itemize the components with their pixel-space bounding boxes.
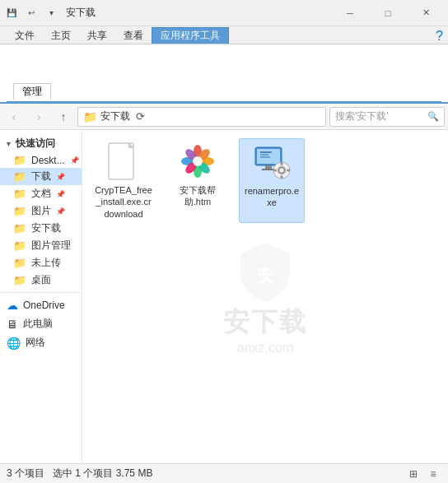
pin-icon: 📌 — [56, 207, 65, 216]
tab-home[interactable]: 主页 — [43, 27, 79, 44]
view-controls: ⊞ ≡ — [405, 467, 441, 481]
ribbon-tabs: 文件 主页 共享 查看 应用程序工具 ? — [0, 26, 448, 44]
svg-rect-16 — [265, 165, 272, 169]
save-qat-button[interactable]: 💾 — [3, 5, 20, 21]
address-path-text: 安下载 — [100, 109, 130, 123]
grid-view-button[interactable]: ⊞ — [405, 467, 422, 481]
status-bar: 3 个项目 选中 1 个项目 3.75 MB ⊞ ≡ — [0, 463, 448, 483]
title-bar-left: 💾 ↩ ▾ 安下载 — [3, 5, 331, 21]
search-icon: 🔍 — [427, 111, 439, 122]
file-label: CrypTEA_free_install.exe.crdownload — [94, 184, 153, 220]
list-view-button[interactable]: ≡ — [425, 467, 441, 481]
address-bar: ‹ › ↑ 📁 安下载 ⟳ 搜索'安下载' 🔍 — [0, 104, 448, 130]
sidebar-item-this-pc[interactable]: 🖥 此电脑 — [0, 314, 82, 333]
svg-rect-23 — [273, 170, 277, 172]
onedrive-icon: ☁ — [7, 299, 18, 312]
folder-icon: 📁 — [13, 154, 26, 166]
sidebar-item-label: Deskt... — [31, 155, 65, 166]
content-area: ▼ 快速访问 📁 Deskt... 📌 📁 下载 📌 📁 文档 📌 📁 图片 📌… — [0, 130, 448, 463]
sidebar-item-label: OneDrive — [23, 300, 65, 311]
file-label: renamerpro.exe — [243, 185, 301, 209]
up-button[interactable]: ↑ — [53, 106, 74, 128]
svg-rect-24 — [287, 170, 290, 172]
file-icon — [104, 142, 143, 181]
folder-icon: 📁 — [13, 274, 26, 286]
svg-point-20 — [280, 169, 284, 173]
sidebar-item-onedrive[interactable]: ☁ OneDrive — [0, 296, 82, 314]
folder-icon: 📁 — [13, 239, 26, 252]
file-item-crdownload[interactable]: CrypTEA_free_install.exe.crdownload — [91, 138, 156, 223]
watermark-shield-icon: 安 — [223, 239, 307, 304]
sidebar-item-pictures[interactable]: 📁 图片 📌 — [0, 202, 82, 220]
sidebar: ▼ 快速访问 📁 Deskt... 📌 📁 下载 📌 📁 文档 📌 📁 图片 📌… — [0, 130, 82, 463]
title-bar-controls: ─ □ ✕ — [331, 0, 445, 26]
forward-button[interactable]: › — [28, 106, 49, 128]
sidebar-item-label: 图片 — [31, 204, 51, 218]
network-icon: 🌐 — [7, 337, 21, 350]
folder-icon: 📁 — [13, 257, 26, 269]
folder-icon: 📁 — [83, 110, 97, 123]
address-input[interactable]: 📁 安下载 ⟳ — [77, 107, 326, 127]
sidebar-item-label: 网络 — [26, 336, 45, 350]
files-container: CrypTEA_free_install.exe.crdownload — [82, 130, 448, 231]
svg-rect-15 — [257, 149, 280, 164]
file-icon — [252, 142, 292, 182]
svg-rect-22 — [281, 175, 283, 179]
item-count: 3 个项目 — [7, 467, 44, 481]
sidebar-item-label: 文档 — [31, 187, 51, 201]
sidebar-item-network[interactable]: 🌐 网络 — [0, 333, 82, 352]
back-button[interactable]: ‹ — [3, 106, 25, 128]
search-box[interactable]: 搜索'安下载' 🔍 — [329, 107, 445, 127]
search-placeholder: 搜索'安下载' — [335, 109, 389, 123]
quick-access-header[interactable]: ▼ 快速访问 — [0, 135, 82, 152]
sidebar-item-documents[interactable]: 📁 文档 📌 — [0, 185, 82, 202]
svg-rect-1 — [109, 143, 133, 179]
sidebar-item-downloads[interactable]: 📁 下载 📌 — [0, 168, 82, 185]
minimize-button[interactable]: ─ — [331, 0, 369, 26]
folder-icon: 📁 — [13, 222, 26, 235]
file-item-htm[interactable]: 安下载帮助.htm — [165, 138, 231, 223]
chevron-icon: ▼ — [5, 140, 12, 148]
help-button[interactable]: ? — [436, 29, 443, 44]
sidebar-item-label: 此电脑 — [23, 317, 53, 331]
sidebar-item-picture-mgmt[interactable]: 📁 图片管理 — [0, 237, 82, 254]
sidebar-item-label: 下载 — [31, 170, 51, 183]
selected-info: 选中 1 个项目 3.75 MB — [53, 467, 152, 481]
watermark-text: 安下载 — [223, 304, 307, 341]
svg-rect-21 — [281, 162, 283, 165]
sidebar-item-anxz[interactable]: 📁 安下载 — [0, 220, 82, 237]
undo-qat-button[interactable]: ↩ — [23, 5, 40, 21]
refresh-button[interactable]: ⟳ — [130, 107, 150, 127]
file-label: 安下载帮助.htm — [168, 184, 227, 208]
close-button[interactable]: ✕ — [407, 0, 445, 26]
sidebar-item-label: 安下载 — [31, 221, 61, 235]
sidebar-item-desktop[interactable]: 📁 Deskt... 📌 — [0, 152, 82, 168]
watermark: 安 安下载 anxz.com — [223, 239, 307, 355]
pc-icon: 🖥 — [7, 318, 18, 331]
maximize-button[interactable]: □ — [369, 0, 407, 26]
folder-icon: 📁 — [13, 188, 26, 200]
qat-dropdown-button[interactable]: ▾ — [43, 5, 59, 21]
pin-icon: 📌 — [70, 156, 79, 165]
sidebar-item-label: 桌面 — [31, 273, 51, 287]
watermark-subtext: anxz.com — [223, 341, 307, 355]
tab-file[interactable]: 文件 — [7, 27, 43, 44]
file-icon — [178, 142, 217, 181]
tab-share[interactable]: 共享 — [79, 27, 115, 44]
pin-icon: 📌 — [56, 173, 65, 181]
tab-app-tools[interactable]: 应用程序工具 — [152, 27, 229, 44]
sidebar-item-label: 未上传 — [31, 256, 61, 270]
quick-access-label: 快速访问 — [16, 137, 55, 151]
folder-icon: 📁 — [13, 170, 26, 183]
window-title: 安下载 — [66, 6, 96, 20]
sidebar-item-not-uploaded[interactable]: 📁 未上传 — [0, 254, 82, 272]
file-item-exe[interactable]: renamerpro.exe — [239, 138, 305, 223]
pin-icon: 📌 — [56, 190, 65, 198]
file-area[interactable]: 安 安下载 anxz.com CrypTEA_free_install.exe.… — [82, 130, 448, 463]
sidebar-item-label: 图片管理 — [31, 239, 71, 253]
svg-text:安: 安 — [256, 267, 273, 285]
folder-icon: 📁 — [13, 205, 26, 217]
tab-manage[interactable]: 管理 — [13, 83, 51, 100]
sidebar-item-desktop2[interactable]: 📁 桌面 — [0, 272, 82, 289]
tab-view[interactable]: 查看 — [115, 27, 152, 44]
